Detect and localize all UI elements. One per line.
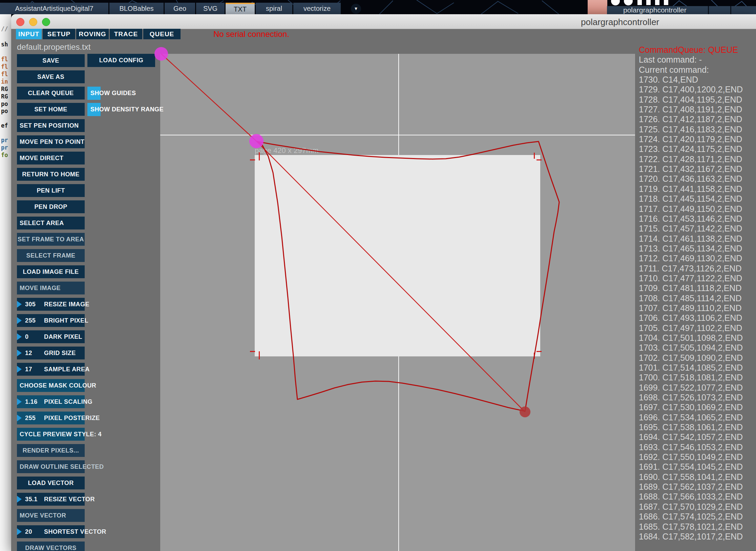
button-label: RESIZE IMAGE (44, 298, 89, 311)
resize-vector-button[interactable]: 35.1RESIZE VECTOR (17, 493, 85, 506)
command-queue-panel[interactable]: CommandQueue: QUEUE Last command: - Curr… (639, 45, 756, 542)
pixel-posterize-button[interactable]: 255PIXEL POSTERIZE (17, 412, 85, 424)
draw-vectors-button[interactable]: DRAW VECTORS (17, 542, 85, 551)
move-pen-to-point-button[interactable]: MOVE PEN TO POINT (17, 135, 85, 148)
return-to-home-button[interactable]: RETURN TO HOME (17, 168, 85, 181)
background-glyph (637, 0, 642, 5)
corner-tick (250, 351, 255, 352)
tab-overflow-button[interactable]: ▼ (351, 4, 361, 14)
browser-tab[interactable]: AssistantArtistiqueDigital7 (0, 3, 108, 14)
browser-tab[interactable]: vectorize (293, 3, 341, 14)
queue-item: 1725. C17,416,1183,2,END (639, 125, 756, 134)
tab-input[interactable]: INPUT (16, 29, 42, 39)
choose-mask-colour-button[interactable]: CHOOSE MASK COLOUR (17, 379, 85, 392)
grid-size-button[interactable]: 12GRID SIZE (17, 347, 85, 359)
page-area[interactable] (255, 155, 540, 356)
value-label: 0 (25, 330, 28, 343)
load-vector-button[interactable]: LOAD VECTOR (17, 477, 85, 489)
button-label: RESIZE VECTOR (44, 493, 95, 506)
bright-pixel-button[interactable]: 255BRIGHT PIXEL (17, 314, 85, 327)
sample-area-button[interactable]: 17SAMPLE AREA (17, 363, 85, 376)
queue-item: 1705. C17,497,1102,2,END (639, 323, 756, 333)
slider-arrow-icon (17, 415, 22, 421)
queue-item: 1708. C17,485,1114,2,END (639, 293, 756, 303)
move-image-button[interactable]: MOVE IMAGE (17, 282, 85, 294)
code-token: ef (1, 122, 8, 129)
toggle-label: SHOW GUIDES (90, 87, 136, 100)
browser-tab[interactable]: Geo (165, 3, 195, 14)
draw-outline-selected-button[interactable]: DRAW OUTLINE SELECTED (17, 460, 85, 473)
move-direct-button[interactable]: MOVE DIRECT (17, 152, 85, 164)
set-frame-to-area-button[interactable]: SET FRAME TO AREA (17, 233, 85, 246)
queue-item: 1704. C17,501,1098,2,END (639, 333, 756, 343)
code-token: // (1, 25, 8, 32)
pixel-scaling-button[interactable]: 1.16PIXEL SCALING (17, 395, 85, 408)
queue-item: 1707. C17,489,1110,2,END (639, 303, 756, 313)
value-label: 305 (25, 298, 36, 311)
cycle-preview-style-4-button[interactable]: CYCLE PREVIEW STYLE: 4 (17, 428, 85, 441)
corner-tick (259, 351, 260, 359)
queue-item: 1709. C17,481,1118,2,END (639, 283, 756, 293)
resize-image-button[interactable]: 305RESIZE IMAGE (17, 298, 85, 311)
set-pen-position-button[interactable]: SET PEN POSITION (17, 119, 85, 132)
background-salmon-panel (588, 0, 607, 14)
set-home-button[interactable]: SET HOME (17, 103, 85, 116)
zoom-button[interactable] (42, 18, 50, 26)
corner-tick (259, 152, 260, 160)
select-frame-button[interactable]: SELECT FRAME (17, 249, 85, 262)
browser-tab[interactable]: spiral (256, 3, 292, 14)
pen-lift-button[interactable]: PEN LIFT (17, 184, 85, 197)
browser-tab[interactable]: SVG (196, 3, 225, 14)
shortest-vector-button[interactable]: 20SHORTEST VECTOR (17, 525, 85, 538)
load-config-button[interactable]: LOAD CONFIG (87, 54, 155, 67)
minimize-button[interactable] (29, 18, 37, 26)
move-vector-button[interactable]: MOVE VECTOR (17, 509, 85, 522)
queue-item: 1698. C17,526,1073,2,END (639, 393, 756, 402)
slider-arrow-icon (17, 333, 22, 340)
code-token: RG (1, 93, 8, 100)
code-token: po (1, 101, 8, 107)
queue-item: 1687. C17,570,1029,2,END (639, 502, 756, 512)
queue-item: 1692. C17,550,1049,2,END (639, 452, 756, 462)
queue-item: 1701. C17,514,1085,2,END (639, 363, 756, 373)
save-button[interactable]: SAVE (17, 54, 85, 67)
tab-roving[interactable]: ROVING (76, 29, 109, 39)
clear-queue-button[interactable]: CLEAR QUEUE (17, 87, 85, 100)
browser-tab-bar: AssistantArtistiqueDigital7BLOBablesGeoS… (0, 3, 341, 14)
browser-tab[interactable]: BLOBables (109, 3, 164, 14)
dark-pixel-button[interactable]: 0DARK PIXEL (17, 330, 85, 343)
window-titlebar[interactable]: polargraphcontroller (11, 14, 756, 29)
pen-drop-button[interactable]: PEN DROP (17, 200, 85, 213)
tab-trace[interactable]: TRACE (110, 29, 142, 39)
slider-arrow-icon (17, 366, 22, 373)
queue-header: CommandQueue: QUEUE (639, 45, 756, 55)
button-label: PIXEL POSTERIZE (44, 412, 100, 424)
save-as-button[interactable]: SAVE AS (17, 70, 85, 83)
load-image-file-button[interactable]: LOAD IMAGE FILE (17, 265, 85, 278)
value-label: 12 (25, 347, 32, 359)
queue-item: 1728. C17,404,1195,2,END (639, 95, 756, 105)
queue-item: 1696. C17,534,1065,2,END (639, 413, 756, 422)
last-command: Last command: - (639, 55, 756, 65)
render-pixels-button[interactable]: RENDER PIXELS... (17, 444, 85, 457)
close-button[interactable] (16, 18, 24, 26)
browser-tab[interactable]: TXT (226, 3, 255, 14)
button-label: SHORTEST VECTOR (44, 525, 106, 538)
select-area-button[interactable]: SELECT AREA (17, 217, 85, 229)
queue-item: 1699. C17,522,1077,2,END (639, 383, 756, 393)
queue-item: 1713. C17,465,1134,2,END (639, 244, 756, 254)
desktop-top-strip: AssistantArtistiqueDigital7BLOBablesGeoS… (0, 0, 756, 14)
code-token: po (1, 108, 8, 114)
queue-item: 1693. C17,546,1053,2,END (639, 442, 756, 452)
window-title: polargraphcontroller (581, 17, 659, 27)
tab-queue[interactable]: QUEUE (143, 29, 181, 39)
code-token: fl (1, 56, 8, 63)
queue-item: 1710. C17,477,1122,2,END (639, 273, 756, 283)
slider-arrow-icon (17, 317, 22, 324)
corner-tick (534, 153, 535, 159)
queue-item: 1716. C17,453,1146,2,END (639, 214, 756, 224)
code-token: fl (1, 71, 8, 78)
corner-tick (250, 159, 255, 160)
properties-filename: default.properties.txt (17, 42, 90, 52)
tab-setup[interactable]: SETUP (43, 29, 75, 39)
